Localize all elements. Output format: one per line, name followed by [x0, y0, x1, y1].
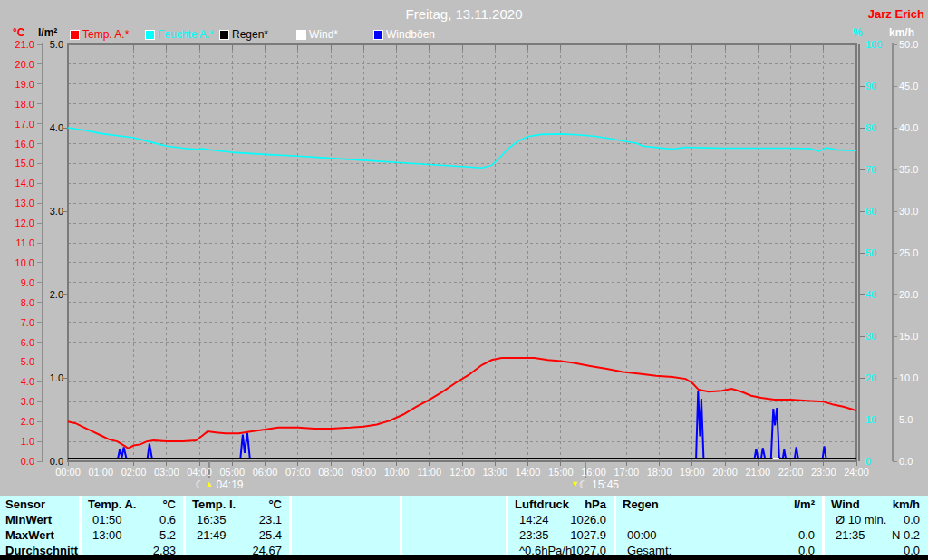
time-tick-label: 12:00: [445, 467, 479, 478]
time-tick-label: 18:00: [643, 467, 677, 478]
humidity-tick-label: 70: [865, 164, 876, 175]
temp-tick-label: 13.0: [4, 198, 34, 208]
temp-tick-label: 12.0: [4, 217, 34, 228]
moon-icon: ☾: [195, 478, 205, 491]
rain-tick-label: 4.0: [40, 122, 63, 133]
temp-tick-label: 0.0: [4, 456, 34, 467]
table-cell-value: 1027.9: [515, 528, 606, 543]
rain-tick-label: 1.0: [40, 372, 63, 383]
table-row-label: MinWert: [5, 513, 78, 527]
humidity-tick-label: 0: [865, 456, 871, 467]
wind-tick-label: 10.0: [899, 372, 918, 383]
arrow-up-icon: ▲: [205, 479, 213, 488]
temp-tick-label: 11.0: [4, 237, 34, 248]
temp-tick-label: 9.0: [4, 277, 34, 288]
time-tick-label: 01:00: [83, 467, 118, 478]
temp-tick-label: 10.0: [4, 257, 34, 268]
rain-tick-label: 3.0: [40, 206, 63, 217]
table-separator: [822, 496, 825, 555]
table-col-unit: °C: [88, 497, 176, 512]
humidity-tick-label: 30: [865, 331, 876, 342]
temp-tick-label: 5.0: [4, 356, 34, 367]
wind-tick-label: 35.0: [899, 164, 918, 175]
humidity-tick-label: 60: [865, 206, 876, 217]
table-row-label: Sensor: [5, 497, 78, 512]
temp-tick-label: 17.0: [4, 119, 34, 130]
time-tick-label: 07:00: [281, 467, 315, 478]
wind-tick-label: 15.0: [899, 331, 918, 342]
humidity-tick-label: 80: [865, 122, 876, 133]
table-cell-value: 0.6: [88, 513, 176, 527]
table-separator: [400, 496, 402, 555]
wind-tick-label: 40.0: [899, 122, 918, 133]
rain-tick-label: 5.0: [40, 39, 63, 50]
table-col-unit: km/h: [831, 497, 920, 512]
humidity-tick-label: 20: [865, 372, 876, 383]
moonset-annotation: ▼☾ 15:45: [571, 478, 619, 491]
temp-tick-label: 6.0: [4, 337, 34, 348]
weather-app-window: Freitag, 13.11.2020 Jarz Erich °C l/m² %…: [0, 0, 928, 560]
table-cell-value: N 0.2: [831, 528, 920, 543]
table-cell-value: 23.1: [192, 513, 282, 527]
temp-tick-label: 20.0: [4, 59, 34, 70]
temp-tick-label: 18.0: [4, 99, 34, 110]
table-separator: [506, 496, 508, 555]
wind-tick-label: 45.0: [899, 81, 918, 92]
time-tick-label: 02:00: [117, 467, 151, 478]
table-separator: [79, 496, 82, 555]
temp-tick-label: 15.0: [4, 158, 34, 169]
time-tick-label: 03:00: [150, 467, 184, 478]
humidity-tick-label: 90: [865, 81, 876, 92]
temp-tick-label: 1.0: [4, 436, 34, 447]
table-cell-value: 1026.0: [515, 513, 606, 527]
table-cell-value: 0.0: [623, 528, 815, 543]
annotation-time: 15:45: [589, 478, 619, 491]
wind-tick-label: 25.0: [899, 247, 918, 258]
annotation-time: 04:19: [213, 478, 243, 491]
rain-tick-label: 0.0: [40, 456, 63, 467]
temp-tick-label: 19.0: [4, 79, 34, 90]
wind-tick-label: 20.0: [899, 289, 918, 300]
time-tick-label: 05:00: [215, 467, 249, 478]
temp-tick-label: 4.0: [4, 376, 34, 387]
table-cell-value: 5.2: [88, 528, 176, 543]
temp-tick-label: 8.0: [4, 297, 34, 308]
table-cell-value: 25.4: [192, 528, 282, 543]
table-col-unit: °C: [192, 497, 282, 512]
time-tick-label: 08:00: [314, 467, 348, 478]
humidity-tick-label: 10: [865, 414, 876, 425]
temp-tick-label: 14.0: [4, 178, 34, 188]
table-separator: [183, 496, 186, 555]
weather-chart-canvas: [0, 0, 928, 496]
bottom-divider: [0, 555, 928, 560]
table-col-unit: l/m²: [623, 497, 815, 512]
moonrise-annotation: ☾▲ 04:19: [195, 478, 243, 491]
temp-tick-label: 3.0: [4, 396, 34, 407]
time-tick-label: 20:00: [708, 467, 742, 478]
time-tick-label: 00:00: [51, 467, 85, 478]
wind-tick-label: 5.0: [899, 414, 913, 425]
wind-tick-label: 0.0: [899, 456, 913, 467]
wind-tick-label: 30.0: [899, 206, 918, 217]
time-tick-label: 24:00: [839, 467, 874, 478]
humidity-tick-label: 50: [865, 247, 876, 258]
time-tick-label: 21:00: [740, 467, 775, 478]
time-tick-label: 23:00: [807, 467, 841, 478]
temp-tick-label: 7.0: [4, 317, 34, 328]
time-tick-label: 13:00: [478, 467, 512, 478]
time-tick-label: 19:00: [675, 467, 710, 478]
table-cell-value: 0.0: [831, 513, 920, 527]
temp-tick-label: 16.0: [4, 139, 34, 150]
time-tick-label: 14:00: [511, 467, 546, 478]
time-tick-label: 10:00: [380, 467, 414, 478]
humidity-tick-label: 40: [865, 289, 876, 300]
time-tick-label: 17:00: [609, 467, 643, 478]
temp-tick-label: 2.0: [4, 416, 34, 427]
table-separator: [614, 496, 616, 555]
table-col-unit: hPa: [515, 497, 606, 512]
time-tick-label: 04:00: [182, 467, 217, 478]
summary-table: SensorMinWertMaxWertDurchschnittTemp. A.…: [0, 496, 928, 555]
time-tick-label: 22:00: [774, 467, 808, 478]
rain-tick-label: 2.0: [40, 289, 63, 300]
time-tick-label: 11:00: [412, 467, 447, 478]
